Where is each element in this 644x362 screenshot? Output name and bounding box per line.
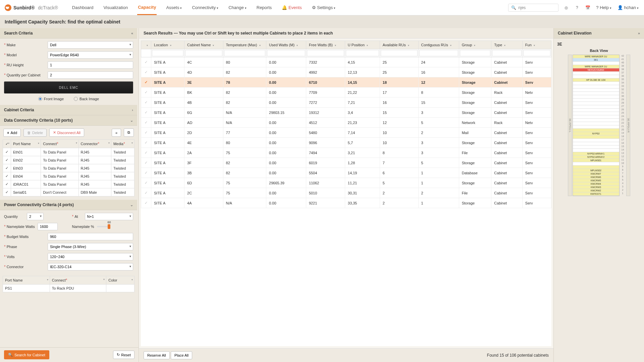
rack-unit[interactable]: NYP02 ARRAY1	[573, 152, 619, 156]
row-check[interactable]: ✓	[141, 87, 151, 98]
expand-cols-button[interactable]: »	[112, 129, 121, 137]
rack-unit[interactable]	[573, 115, 619, 119]
reset-button[interactable]: ↻ Reset	[113, 351, 135, 359]
results-row[interactable]: ✓SITE A4C800.0073324,152524StorageCabine…	[141, 57, 551, 67]
results-row[interactable]: ✓SITE A6GN/A29803.15193123,4153StorageCa…	[141, 108, 551, 118]
rack-unit[interactable]	[573, 166, 619, 169]
rack-unit[interactable]	[573, 135, 619, 139]
data-conn-header[interactable]: Data Connectivity Criteria (10 ports) ⌄	[0, 115, 137, 126]
column-filter[interactable]	[419, 50, 458, 56]
help-menu[interactable]: ? Help▾	[595, 1, 612, 14]
results-row[interactable]: ✓SITE A6D7529665.391106211,2151StorageCa…	[141, 178, 551, 188]
target-icon[interactable]: ◎	[563, 5, 569, 11]
cabinet-criteria-header[interactable]: Cabinet Criteria ›	[0, 105, 137, 115]
back-image-radio[interactable]: Back Image	[74, 97, 99, 101]
rack-unit[interactable]	[573, 82, 619, 85]
rack-unit[interactable]	[573, 85, 619, 88]
col-header[interactable]: Connector*	[78, 140, 111, 148]
results-col-header[interactable]: U Position	[345, 41, 380, 49]
budget-watts-input[interactable]	[48, 233, 133, 240]
search-criteria-header[interactable]: Search Criteria «	[0, 28, 137, 39]
port-row[interactable]: ✓iDRAC01To Data PanelRJ45Twisted	[3, 180, 135, 188]
rack-unit[interactable]: KMCRW6	[573, 176, 619, 179]
power-at-select[interactable]: N+1	[85, 213, 133, 220]
rack-unit[interactable]	[573, 105, 619, 109]
results-col-header[interactable]: Group	[459, 41, 491, 49]
elevation-header[interactable]: Cabinet Elevation »	[554, 28, 644, 39]
row-check[interactable]: ✓	[141, 148, 151, 158]
make-select[interactable]: Dell	[48, 41, 133, 49]
rack-unit[interactable]	[573, 149, 619, 152]
column-filter[interactable]	[152, 50, 183, 56]
col-header[interactable]: Connect*	[41, 140, 78, 148]
place-all-button[interactable]: Place All	[171, 351, 192, 359]
rack-unit[interactable]	[573, 125, 619, 129]
rack-unit[interactable]: KMCRW5	[573, 179, 619, 182]
results-col-header[interactable]: Type	[491, 41, 523, 49]
rack-unit[interactable]: WIRE MANAGER 1U	[573, 65, 619, 68]
rack-unit[interactable]: NYP02	[573, 132, 619, 135]
column-filter[interactable]	[307, 50, 344, 56]
nav-visualization[interactable]: Visualization	[103, 1, 128, 14]
add-port-button[interactable]: + Add	[3, 129, 21, 137]
nav-assets[interactable]: Assets▾	[165, 1, 182, 14]
row-check[interactable]: ✓	[141, 138, 151, 148]
global-search[interactable]: 🔍 njes	[508, 4, 558, 12]
row-check[interactable]: ✓	[141, 128, 151, 138]
port-row[interactable]: ✓Eth04To Data PanelRJ45Twisted	[3, 172, 135, 180]
column-filter[interactable]	[460, 50, 491, 56]
rack-unit[interactable]: KMCRW2	[573, 189, 619, 192]
row-check[interactable]: ✓	[141, 77, 151, 87]
rack-unit[interactable]	[573, 139, 619, 142]
phase-select[interactable]: Single Phase (3-Wire)	[48, 243, 133, 250]
nav-change[interactable]: Change▾	[228, 1, 247, 14]
front-image-radio[interactable]: Front Image	[38, 97, 64, 101]
results-row[interactable]: ✓SITE A4B820.0072727,211615StorageCabine…	[141, 98, 551, 108]
results-col-header[interactable]: Location	[151, 41, 184, 49]
nav-dashboard[interactable]: Dashboard	[71, 1, 94, 14]
results-row[interactable]: ✓SITE A4AN/A0.00922133,3521StorageCabine…	[141, 198, 551, 208]
nav-settings[interactable]: ⚙ Settings▾	[311, 1, 336, 14]
results-row[interactable]: ✓SITE A3E780.00671014,151812StorageCabin…	[141, 77, 551, 87]
results-col-header[interactable]: Contiguous RUs	[418, 41, 459, 49]
results-col-header[interactable]: Cabinet Name	[184, 41, 223, 49]
nav-capacity[interactable]: Capacity	[137, 0, 157, 15]
results-col-header[interactable]: Fun	[522, 41, 551, 49]
power-qty-select[interactable]: 2	[27, 213, 44, 220]
column-filter[interactable]	[346, 50, 379, 56]
nameplate-pct-slider[interactable]: 60	[97, 226, 110, 227]
rack-unit[interactable]: MPLMS02	[573, 169, 619, 172]
rack-unit[interactable]	[573, 99, 619, 102]
row-check[interactable]: ✓	[141, 168, 151, 178]
results-row[interactable]: ✓SITE ABK820.00770921,22178StorageRackNe…	[141, 87, 551, 98]
rack-unit[interactable]	[573, 145, 619, 149]
row-check[interactable]: ✓	[141, 98, 151, 108]
port-row[interactable]: ✓Eth03To Data PanelRJ45Twisted	[3, 164, 135, 172]
rack-unit[interactable]	[573, 142, 619, 145]
row-check[interactable]: ✓	[141, 108, 151, 118]
results-col-header[interactable]: Available RUs	[380, 41, 418, 49]
results-row[interactable]: ✓SITE A4E800.0090965,7103StorageCabinetS…	[141, 138, 551, 148]
results-col-header[interactable]: Temperature (Max)	[223, 41, 266, 49]
rack-unit[interactable]	[573, 102, 619, 105]
calendar-icon[interactable]: 📅	[585, 5, 591, 11]
results-row[interactable]: ✓SITE A2C750.00501030,3122FileCabinetSer…	[141, 188, 551, 198]
column-filter[interactable]	[185, 50, 222, 56]
row-check[interactable]: ✓	[141, 158, 151, 168]
disconnect-all-button[interactable]: ✕ Disconnect All	[49, 128, 84, 137]
volts-select[interactable]: 120~240	[48, 253, 133, 260]
column-filter[interactable]	[381, 50, 418, 56]
rack-unit[interactable]: KMCRW7	[573, 172, 619, 176]
help-circle-icon[interactable]: ?	[574, 5, 580, 11]
rack-unit[interactable]	[573, 95, 619, 99]
row-check[interactable]: ✓	[141, 67, 151, 77]
col-header[interactable]: Color	[106, 276, 135, 285]
nav-reports[interactable]: Reports	[256, 1, 273, 14]
power-conn-header[interactable]: Power Connectivity Criteria (4 ports) ⌄	[0, 200, 137, 210]
row-check[interactable]: ✓	[141, 57, 151, 67]
col-header[interactable]: Media*	[111, 140, 134, 148]
rack-unit[interactable]	[573, 122, 619, 125]
rack-unit[interactable]	[573, 62, 619, 65]
results-row[interactable]: ✓SITE A3F820.0060191,2875StorageCabinetS…	[141, 158, 551, 168]
rack-unit[interactable]: KMCRW4	[573, 182, 619, 186]
